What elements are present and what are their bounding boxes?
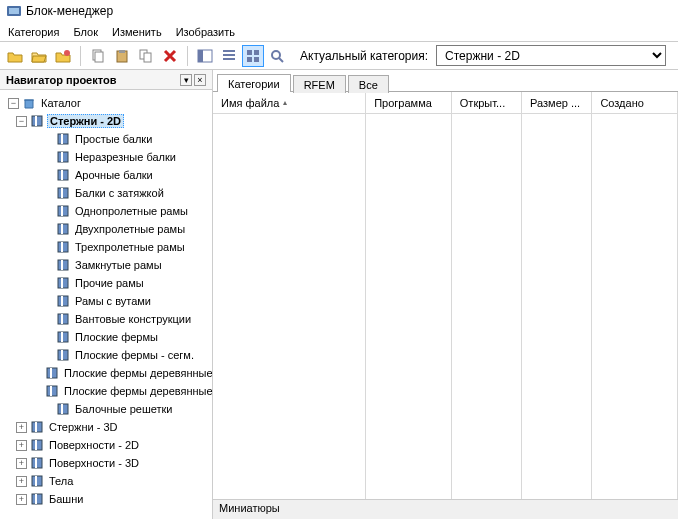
tree-leaf[interactable]: Плоские фермы	[2, 328, 210, 346]
tree-leaf[interactable]: Трехпролетные рамы	[2, 238, 210, 256]
svg-point-15	[272, 51, 280, 59]
menu-block[interactable]: Блок	[73, 26, 98, 38]
book-icon	[56, 240, 70, 254]
tree-label: Двухпролетные рамы	[73, 223, 187, 235]
tree-label: Плоские фермы	[73, 331, 160, 343]
svg-rect-27	[61, 206, 63, 216]
svg-rect-45	[50, 368, 52, 378]
book-icon	[56, 330, 70, 344]
tree-leaf[interactable]: Однопролетные рамы	[2, 202, 210, 220]
navigator-tree[interactable]: − Каталог − Стержни - 2D Простые балкиНе…	[0, 90, 212, 519]
view-grid-icon[interactable]	[242, 45, 264, 67]
tree-leaf[interactable]: Плоские фермы деревянные	[2, 364, 210, 382]
view-list-icon[interactable]	[218, 45, 240, 67]
tree-node[interactable]: +Стержни - 3D	[2, 418, 210, 436]
tree-node[interactable]: +Поверхности - 3D	[2, 454, 210, 472]
menu-display[interactable]: Изобразить	[176, 26, 235, 38]
expand-icon[interactable]: +	[16, 422, 27, 433]
tree-leaf[interactable]: Плоские фермы деревянные	[2, 382, 210, 400]
tree-leaf[interactable]: Двухпролетные рамы	[2, 220, 210, 238]
tree-label: Поверхности - 2D	[47, 439, 141, 451]
tree-leaf[interactable]: Балки с затяжкой	[2, 184, 210, 202]
tree-leaf[interactable]: Рамы с вутами	[2, 292, 210, 310]
col-filename[interactable]: Имя файла	[213, 92, 366, 114]
svg-rect-1	[9, 8, 19, 14]
svg-rect-17	[35, 116, 37, 126]
tree-root[interactable]: − Каталог	[2, 94, 210, 112]
tree-label: Арочные балки	[73, 169, 155, 181]
tree-leaf[interactable]: Замкнутые рамы	[2, 256, 210, 274]
tree-node[interactable]: +Башни	[2, 490, 210, 508]
tree-leaf[interactable]: Балочные решетки	[2, 400, 210, 418]
svg-rect-55	[35, 458, 37, 468]
tree-label: Плоские фермы деревянные	[62, 367, 212, 379]
tree-node[interactable]: +Поверхности - 2D	[2, 436, 210, 454]
svg-rect-57	[35, 476, 37, 486]
pin-icon[interactable]: ▾	[180, 74, 192, 86]
delete-icon[interactable]	[159, 45, 181, 67]
menu-edit[interactable]: Изменить	[112, 26, 162, 38]
copy-icon[interactable]	[87, 45, 109, 67]
tab-rfem[interactable]: RFEM	[293, 75, 346, 93]
tree-leaf[interactable]: Вантовые конструкции	[2, 310, 210, 328]
file-columns: Имя файла Программа Открыт... Размер ...…	[213, 92, 678, 114]
collapse-icon[interactable]: −	[16, 116, 27, 127]
content: Навигатор проектов ▾ × − Каталог − Стерж…	[0, 70, 678, 519]
book-icon	[56, 258, 70, 272]
current-category-select[interactable]: Стержни - 2D	[436, 45, 666, 66]
main-panel: Категории RFEM Все Имя файла Программа О…	[213, 70, 678, 519]
book-icon	[45, 384, 59, 398]
tree-label: Вантовые конструкции	[73, 313, 193, 325]
col-program[interactable]: Программа	[366, 92, 452, 114]
panel-toggle-icon[interactable]	[194, 45, 216, 67]
trash-icon	[22, 96, 36, 110]
svg-rect-23	[61, 170, 63, 180]
svg-rect-6	[119, 50, 125, 53]
expand-icon[interactable]: +	[16, 440, 27, 451]
svg-rect-43	[61, 350, 63, 360]
close-icon[interactable]: ×	[194, 74, 206, 86]
collapse-icon[interactable]: −	[8, 98, 19, 109]
folder-new-icon[interactable]	[4, 45, 26, 67]
tree-leaf[interactable]: Неразрезные балки	[2, 148, 210, 166]
expand-icon[interactable]: +	[16, 476, 27, 487]
svg-rect-41	[61, 332, 63, 342]
book-icon	[45, 366, 59, 380]
zoom-icon[interactable]	[266, 45, 288, 67]
col-size[interactable]: Размер ...	[522, 92, 592, 114]
tab-all[interactable]: Все	[348, 75, 389, 93]
svg-rect-13	[247, 57, 252, 62]
tree-label: Поверхности - 3D	[47, 457, 141, 469]
project-navigator: Навигатор проектов ▾ × − Каталог − Стерж…	[0, 70, 213, 519]
svg-rect-53	[35, 440, 37, 450]
paste-icon[interactable]	[111, 45, 133, 67]
tree-leaf[interactable]: Прочие рамы	[2, 274, 210, 292]
tree-label: Прочие рамы	[73, 277, 146, 289]
tree-leaf[interactable]: Простые балки	[2, 130, 210, 148]
tree-label: Каталог	[39, 97, 83, 109]
folder-fav-icon[interactable]	[52, 45, 74, 67]
duplicate-icon[interactable]	[135, 45, 157, 67]
toolbar: Актуальный категория: Стержни - 2D	[0, 42, 678, 70]
tree-node[interactable]: +Тела	[2, 472, 210, 490]
svg-rect-47	[50, 386, 52, 396]
book-icon	[56, 186, 70, 200]
svg-rect-49	[61, 404, 63, 414]
tabs: Категории RFEM Все	[213, 70, 678, 92]
tab-categories[interactable]: Категории	[217, 74, 291, 92]
menu-category[interactable]: Категория	[8, 26, 59, 38]
folder-open-icon[interactable]	[28, 45, 50, 67]
tree-label: Плоские фермы - сегм.	[73, 349, 196, 361]
tree-node-selected[interactable]: − Стержни - 2D	[2, 112, 210, 130]
col-opened[interactable]: Открыт...	[452, 92, 522, 114]
svg-rect-37	[61, 296, 63, 306]
tree-leaf[interactable]: Арочные балки	[2, 166, 210, 184]
book-icon	[30, 474, 44, 488]
col-created[interactable]: Создано	[592, 92, 678, 114]
tree-label: Плоские фермы деревянные	[62, 385, 212, 397]
toolbar-separator	[187, 46, 188, 66]
tree-leaf[interactable]: Плоские фермы - сегм.	[2, 346, 210, 364]
expand-icon[interactable]: +	[16, 494, 27, 505]
app-title: Блок-менеджер	[26, 4, 113, 18]
expand-icon[interactable]: +	[16, 458, 27, 469]
